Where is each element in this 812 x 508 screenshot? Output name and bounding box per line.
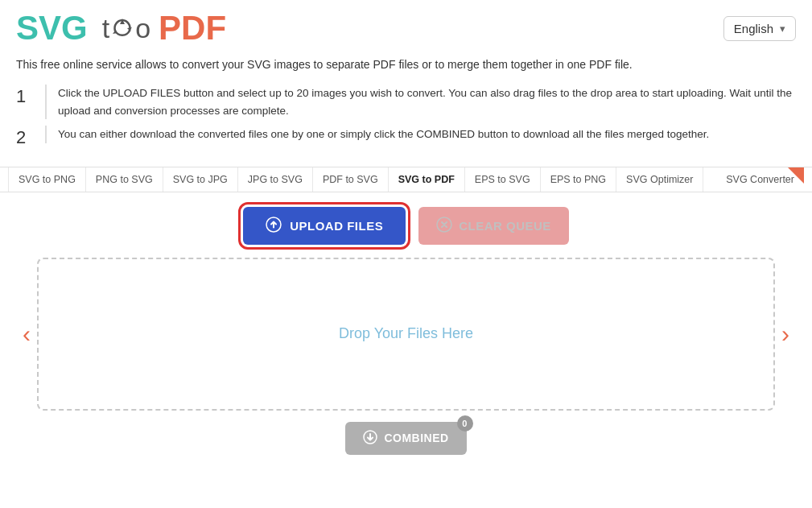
tab-eps-to-svg[interactable]: EPS to SVG <box>465 167 541 192</box>
tab-svg-to-pdf[interactable]: SVG to PDF <box>389 167 465 192</box>
step-2-number: 2 <box>16 126 32 151</box>
next-arrow-button[interactable]: › <box>775 322 796 346</box>
right-arrow-icon: › <box>781 320 789 347</box>
combined-row: COMBINED 0 <box>345 422 466 455</box>
logo-svg-text: SVG <box>16 11 88 45</box>
prev-arrow-button[interactable]: ‹ <box>16 322 37 346</box>
left-arrow-icon: ‹ <box>23 320 31 347</box>
step-2-text: You can either download the converted fi… <box>45 126 709 143</box>
tab-svg-converter[interactable]: SVG Converter <box>716 167 804 192</box>
nav-tabs: SVG to PNG PNG to SVG SVG to JPG JPG to … <box>0 167 812 192</box>
upload-button-label: UPLOAD FILES <box>290 219 383 233</box>
main-content: UPLOAD FILES CLEAR QUEUE ‹ Drop Your Fil… <box>0 192 812 471</box>
tab-png-to-svg[interactable]: PNG to SVG <box>86 167 163 192</box>
upload-icon <box>266 217 282 235</box>
page-description: This free online service allows to conve… <box>0 50 812 85</box>
drop-zone-wrapper: ‹ Drop Your Files Here › <box>16 258 796 411</box>
tab-svg-to-png[interactable]: SVG to PNG <box>8 167 86 192</box>
tab-eps-to-png[interactable]: EPS to PNG <box>541 167 616 192</box>
combined-download-icon <box>363 430 377 447</box>
logo: SVG t o PDF <box>16 11 226 45</box>
chevron-down-icon: ▾ <box>780 23 785 35</box>
tab-pdf-to-svg[interactable]: PDF to SVG <box>313 167 389 192</box>
logo-to-group: t o <box>102 14 150 42</box>
combined-badge: 0 <box>457 415 473 432</box>
combined-button[interactable]: COMBINED 0 <box>345 422 466 455</box>
combined-button-label: COMBINED <box>384 432 448 444</box>
logo-recycle-icon <box>110 16 134 40</box>
corner-badge <box>788 167 804 184</box>
tab-svg-to-jpg[interactable]: SVG to JPG <box>163 167 238 192</box>
steps-section: 1 Click the UPLOAD FILES button and sele… <box>0 85 812 167</box>
tab-svg-optimizer[interactable]: SVG Optimizer <box>616 167 703 192</box>
clear-button[interactable]: CLEAR QUEUE <box>418 207 569 245</box>
clear-button-label: CLEAR QUEUE <box>459 219 551 233</box>
clear-icon <box>436 217 452 235</box>
drop-zone-text: Drop Your Files Here <box>339 325 473 342</box>
action-buttons: UPLOAD FILES CLEAR QUEUE <box>243 207 569 245</box>
header: SVG t o PDF English ▾ <box>0 0 812 50</box>
step-2: 2 You can either download the converted … <box>16 126 796 151</box>
step-1-text: Click the UPLOAD FILES button and select… <box>45 85 796 119</box>
logo-pdf-text: PDF <box>159 11 226 45</box>
step-1: 1 Click the UPLOAD FILES button and sele… <box>16 85 796 119</box>
tab-jpg-to-svg[interactable]: JPG to SVG <box>238 167 313 192</box>
drop-zone[interactable]: Drop Your Files Here <box>37 258 775 411</box>
step-1-number: 1 <box>16 85 32 109</box>
upload-button[interactable]: UPLOAD FILES <box>243 207 406 245</box>
language-label: English <box>734 22 773 35</box>
language-selector[interactable]: English ▾ <box>723 16 796 41</box>
logo-to-text <box>91 14 99 43</box>
